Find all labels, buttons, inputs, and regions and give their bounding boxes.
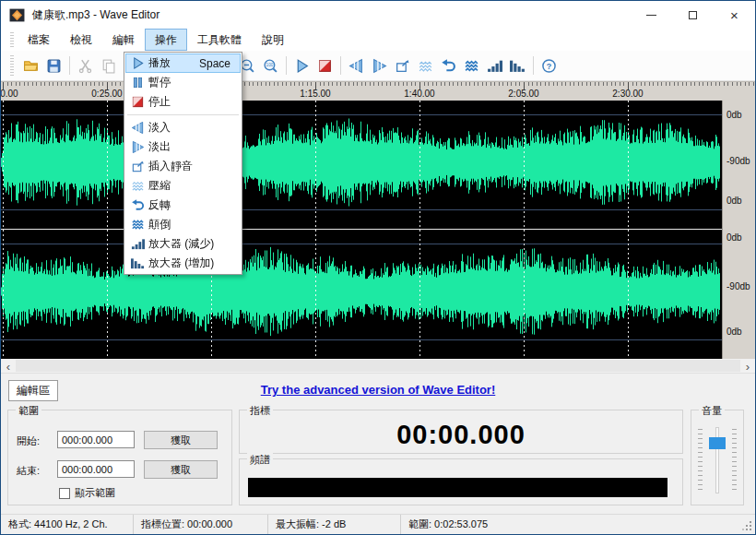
amplifier-decrease-icon — [131, 237, 145, 251]
scrollbar-thumb[interactable] — [16, 360, 740, 372]
amplifier-increase-button[interactable] — [506, 54, 529, 77]
menu-item-compress[interactable]: 壓縮 — [125, 176, 241, 196]
db-label: 0db — [726, 196, 742, 206]
show-range-checkbox[interactable] — [59, 488, 70, 499]
fade-out-button[interactable] — [368, 54, 391, 77]
toolbar: 100 — [1, 51, 755, 81]
menu-item-amplifier-decrease[interactable]: 放大器 (減少) — [125, 234, 241, 254]
timeline-ruler[interactable]: 0:00.00 0:25.00 0:50.00 1:15.00 1:40.00 … — [1, 81, 755, 101]
menu-help[interactable]: 說明 — [252, 29, 294, 51]
ruler-label: 0:00.00 — [1, 89, 23, 99]
volume-slider[interactable] — [698, 427, 737, 495]
cut-icon — [77, 58, 93, 74]
show-range-label: 顯示範圍 — [75, 486, 115, 500]
get-end-button[interactable]: 獲取 — [144, 460, 218, 479]
stop-button[interactable] — [313, 54, 337, 77]
ruler-label: 1:40.00 — [399, 89, 440, 99]
svg-text:100: 100 — [266, 63, 274, 67]
help-button[interactable]: ? — [537, 54, 561, 77]
slider-ticks-right — [732, 429, 737, 492]
scroll-left-arrow[interactable]: ‹ — [1, 359, 16, 374]
stop-icon — [317, 58, 333, 74]
cut-button[interactable] — [74, 54, 97, 77]
menu-item-invert[interactable]: 顛倒 — [125, 215, 241, 234]
save-button[interactable] — [42, 54, 65, 77]
ruler-label: 2:30.00 — [608, 89, 648, 99]
menu-item-reverse[interactable]: 反轉 — [125, 196, 241, 215]
minimize-icon — [646, 15, 656, 16]
play-button[interactable] — [290, 54, 313, 77]
wave-editor-window: 健康歌.mp3 - Wave Editor × 檔案 檢視 編輯 操作 工具軟體… — [0, 0, 756, 535]
maximize-icon — [689, 11, 697, 19]
start-time-input[interactable] — [57, 431, 135, 448]
menu-operation[interactable]: 操作 — [145, 29, 187, 51]
titlebar: 健康歌.mp3 - Wave Editor × — [1, 1, 755, 29]
invert-icon — [464, 58, 479, 74]
db-scale-panel: 0db -90db 0db 0db -90db 0db — [722, 101, 755, 359]
stop-icon — [131, 95, 145, 109]
status-range-duration: 範圍: 0:02:53.075 — [401, 515, 585, 534]
menu-item-insert-silence[interactable]: 插入靜音 — [125, 157, 241, 176]
menu-item-play[interactable]: 播放 Space — [125, 54, 241, 73]
db-label: 0db — [726, 232, 742, 243]
pause-icon — [131, 76, 145, 89]
db-label: 0db — [726, 110, 742, 120]
reverse-button[interactable] — [437, 54, 460, 77]
zoom-100-button[interactable]: 100 — [259, 54, 282, 77]
db-label: -90db — [726, 156, 750, 166]
status-max-amplitude: 最大振幅: -2 dB — [268, 515, 401, 534]
compress-icon — [418, 58, 433, 74]
menu-item-amplifier-increase[interactable]: 放大器 (增加) — [125, 254, 241, 273]
tab-strip: 編輯區 Try the advanced version of Wave Edi… — [1, 374, 755, 401]
minimize-button[interactable] — [631, 1, 672, 29]
start-label: 開始: — [17, 434, 40, 448]
close-button[interactable]: × — [714, 1, 755, 29]
horizontal-scrollbar[interactable]: ‹ › — [1, 359, 755, 374]
get-start-button[interactable]: 獲取 — [144, 431, 218, 449]
menu-separator — [127, 114, 239, 115]
menu-item-fade-out[interactable]: 淡出 — [125, 137, 241, 157]
reverse-icon — [441, 58, 456, 74]
advanced-version-link[interactable]: Try the advanced version of Wave Editor! — [261, 383, 496, 397]
fade-out-icon — [131, 140, 145, 154]
menu-edit[interactable]: 編輯 — [102, 29, 145, 51]
volume-group-title: 音量 — [699, 404, 725, 418]
range-group-title: 範圍 — [16, 404, 41, 418]
ruler-label: 1:15.00 — [295, 89, 336, 99]
menu-view[interactable]: 檢視 — [60, 29, 102, 51]
insert-silence-button[interactable] — [391, 54, 414, 77]
toolbar-separator — [533, 56, 534, 75]
spectrum-group-title: 頻譜 — [247, 453, 273, 467]
play-icon — [294, 58, 310, 74]
invert-button[interactable] — [460, 54, 483, 77]
invert-icon — [131, 218, 145, 232]
copy-button[interactable] — [97, 54, 120, 77]
amplifier-increase-icon — [510, 58, 526, 74]
amplifier-decrease-button[interactable] — [483, 54, 506, 77]
resize-grip[interactable] — [750, 521, 751, 523]
fade-in-button[interactable] — [345, 54, 368, 77]
open-button[interactable] — [19, 54, 42, 77]
statusbar: 格式: 44100 Hz, 2 Ch. 指標位置: 00:00.000 最大振幅… — [1, 514, 755, 534]
play-icon — [131, 56, 145, 70]
open-folder-icon — [23, 58, 39, 74]
maximize-button[interactable] — [672, 1, 714, 29]
waveform-canvas[interactable] — [1, 101, 722, 359]
compress-button[interactable] — [414, 54, 437, 77]
slider-thumb[interactable] — [709, 437, 726, 449]
end-time-input[interactable] — [57, 460, 135, 478]
menu-item-pause[interactable]: 暫停 — [125, 73, 241, 92]
scroll-right-arrow[interactable]: › — [740, 359, 755, 374]
menu-tools[interactable]: 工具軟體 — [187, 29, 252, 51]
fade-out-icon — [372, 58, 387, 74]
indicator-time: 00:00.000 — [240, 420, 682, 450]
menu-item-stop[interactable]: 停止 — [125, 92, 241, 112]
menu-item-fade-in[interactable]: 淡入 — [125, 118, 241, 137]
indicator-group-title: 指標 — [247, 404, 273, 418]
menu-file[interactable]: 檔案 — [18, 29, 60, 51]
waveform-display[interactable]: 0db -90db 0db 0db -90db 0db — [1, 101, 755, 359]
zoom-100-icon: 100 — [263, 58, 278, 74]
toolbar-grip — [10, 55, 14, 76]
operation-menu-popup: 播放 Space 暫停 停止 淡入 淡出 插入靜音 壓縮 — [124, 52, 242, 275]
db-label: -90db — [726, 281, 750, 291]
